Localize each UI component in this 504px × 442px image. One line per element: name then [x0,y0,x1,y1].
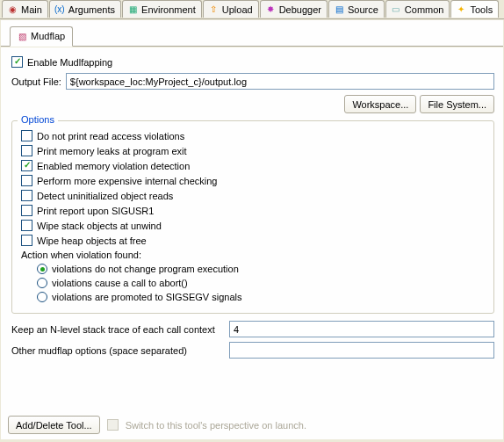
radio-no-change[interactable] [37,264,47,274]
tab-arguments[interactable]: (x)Arguments [49,0,121,18]
opt-sigusr-label: Print report upon SIGUSR1 [37,206,154,216]
tab-main[interactable]: ◉Main [2,0,48,18]
workspace-button[interactable]: Workspace... [344,95,416,113]
opt-sigusr-checkbox[interactable] [21,205,32,216]
subtab-label: Mudflap [31,31,65,41]
tab-tools[interactable]: ✦Tools [450,0,499,18]
opt-no-read-label: Do not print read access violations [37,131,184,141]
tab-upload[interactable]: ⇧Upload [203,0,259,18]
tab-common[interactable]: ▭Common [385,0,450,18]
tab-label: Common [405,4,444,15]
add-delete-tool-button[interactable]: Add/Delete Tool... [8,416,100,434]
tab-debugger[interactable]: ✸Debugger [260,0,328,18]
opt-wipe-stack-label: Wipe stack objects at unwind [37,221,162,231]
radio-no-change-label: violations do not change program executi… [52,264,239,274]
options-group: Options Do not print read access violati… [11,120,494,314]
environment-icon: ▦ [126,4,139,16]
radio-sigsegv[interactable] [37,292,47,302]
tab-label: Environment [141,4,196,15]
tab-label: Debugger [279,4,321,15]
output-file-label: Output File: [11,76,61,87]
opt-wipe-stack-checkbox[interactable] [21,220,32,231]
tab-label: Main [21,4,42,15]
main-icon: ◉ [6,4,18,16]
output-file-input[interactable] [66,73,494,90]
common-icon: ▭ [390,4,402,16]
action-label: Action when violation found: [21,250,141,260]
other-opts-input[interactable] [229,342,494,359]
upload-icon: ⇧ [207,4,220,16]
opt-uninit-label: Detect uninitialized object reads [37,191,173,201]
tab-environment[interactable]: ▦Environment [122,0,202,18]
filesystem-button[interactable]: File System... [420,95,494,113]
opt-wipe-heap-label: Wipe heap objects at free [37,235,147,246]
opt-uninit-checkbox[interactable] [21,190,32,201]
radio-abort-label: violations cause a call to abort() [52,278,188,288]
enable-label: Enable Mudlfapping [27,57,112,68]
subtab-mudflap[interactable]: ▧ Mudflap [10,26,73,47]
opt-viol-det-checkbox[interactable] [21,160,32,171]
top-tabs: ◉Main (x)Arguments ▦Environment ⇧Upload … [0,0,504,19]
switch-perspective-checkbox [107,419,119,431]
content-panel: Enable Mudlfapping Output File: Workspac… [1,47,503,439]
opt-expensive-label: Perform more expensive internal checking [37,176,217,186]
switch-perspective-label: Switch to this tool's perspective on lau… [126,420,306,431]
other-opts-row: Other mudflap options (space separated) [11,342,494,359]
output-file-row: Output File: [11,73,494,90]
stack-trace-row: Keep an N-level stack trace of each call… [11,321,494,337]
source-icon: ▤ [333,4,345,16]
tab-label: Source [348,4,378,15]
opt-mem-leaks-label: Print memory leaks at program exit [37,146,187,156]
enable-checkbox[interactable] [11,56,23,68]
opt-mem-leaks-checkbox[interactable] [21,145,32,156]
tab-source[interactable]: ▤Source [328,0,385,18]
opt-expensive-checkbox[interactable] [21,175,32,186]
stack-trace-label: Keep an N-level stack trace of each call… [11,324,222,335]
radio-sigsegv-label: violations are promoted to SIGSEGV signa… [52,292,241,302]
options-title: Options [18,114,58,125]
mudflap-icon: ▧ [16,30,28,42]
radio-abort[interactable] [37,278,47,288]
tab-label: Tools [470,4,493,15]
tab-label: Arguments [68,4,115,15]
subtab-row: ▧ Mudflap [1,20,503,47]
bottom-bar: Add/Delete Tool... Switch to this tool's… [8,411,496,434]
debugger-icon: ✸ [264,4,277,16]
stack-trace-input[interactable] [229,321,494,337]
opt-wipe-heap-checkbox[interactable] [21,235,32,246]
opt-viol-det-label: Enabled memory violation detection [37,161,190,171]
arguments-icon: (x) [54,4,66,16]
enable-row: Enable Mudlfapping [11,56,494,68]
other-opts-label: Other mudflap options (space separated) [11,345,222,356]
tools-icon: ✦ [455,4,467,16]
opt-no-read-checkbox[interactable] [21,130,32,141]
tab-label: Upload [222,4,253,15]
path-buttons: Workspace... File System... [11,95,494,113]
